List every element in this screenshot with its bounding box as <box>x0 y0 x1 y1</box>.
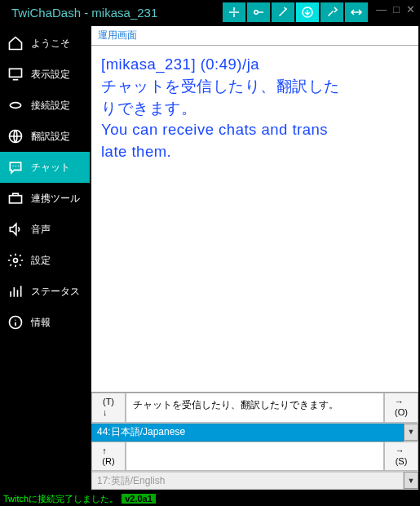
toolbar <box>223 2 368 22</box>
toolbar-btn-2[interactable] <box>247 2 270 22</box>
chevron-down-icon[interactable]: ▼ <box>404 472 418 489</box>
sidebar-item-label: 表示設定 <box>31 68 70 82</box>
sidebar-item-info[interactable]: 情報 <box>0 307 90 338</box>
tab-operation[interactable]: 運用画面 <box>98 29 137 42</box>
sidebar-item-label: ようこそ <box>31 37 70 51</box>
statusbar: Twitchに接続完了しました。 v2.0a1 <box>0 491 420 506</box>
content: 運用画面 [mikasa_231] (0:49)/ja チャットを受信したり、翻… <box>90 24 420 491</box>
plug-icon <box>7 96 24 114</box>
chat-line: チャットを受信したり、翻訳した <box>101 76 409 98</box>
toolbar-btn-5[interactable] <box>321 2 343 22</box>
sidebar-item-tools[interactable]: 連携ツール <box>0 183 90 214</box>
sidebar-item-label: 情報 <box>31 316 51 330</box>
sidebar: ようこそ 表示設定 接続設定 翻訳設定 チャット 連携ツール <box>0 24 90 491</box>
globe-icon <box>7 127 24 145</box>
version-badge: v2.0a1 <box>122 494 156 504</box>
info-icon <box>7 313 24 331</box>
status-text: Twitchに接続完了しました。 <box>3 493 118 505</box>
toolbar-btn-3[interactable] <box>272 2 294 22</box>
sidebar-item-label: チャット <box>31 161 70 175</box>
sidebar-item-label: 翻訳設定 <box>31 130 70 144</box>
window-controls: — □ ✕ <box>376 3 415 16</box>
toolbar-btn-1[interactable] <box>223 2 245 22</box>
tab-strip: 運用画面 <box>91 26 418 46</box>
chat-log: [mikasa_231] (0:49)/ja チャットを受信したり、翻訳した り… <box>91 46 418 392</box>
monitor-icon <box>7 65 24 83</box>
titlebar: TwiChaDash - mikasa_231 — □ ✕ <box>0 0 420 24</box>
home-icon <box>7 34 24 52</box>
gear-icon <box>7 251 24 269</box>
toolbar-btn-6[interactable] <box>345 2 368 22</box>
toolbar-btn-4[interactable] <box>296 2 319 22</box>
window-title: TwiChaDash - mikasa_231 <box>3 6 223 20</box>
target-text-input[interactable] <box>126 442 384 471</box>
sidebar-item-label: 音声 <box>31 223 51 237</box>
send-o-button[interactable]: → (O) <box>384 393 418 422</box>
sidebar-item-label: 連携ツール <box>31 192 80 206</box>
input-section: (T) ↓ チャットを受信したり、翻訳したりできます。 → (O) 44:日本語… <box>91 392 418 490</box>
bars-icon <box>7 282 24 300</box>
svg-rect-2 <box>10 69 22 77</box>
speaker-icon <box>7 220 24 238</box>
source-text-input[interactable]: チャットを受信したり、翻訳したりできます。 <box>126 393 384 422</box>
source-language-select[interactable]: 44:日本語/Japanese <box>91 424 404 442</box>
sidebar-item-translate[interactable]: 翻訳設定 <box>0 121 90 152</box>
close-button[interactable]: ✕ <box>406 3 415 16</box>
sidebar-item-label: 接続設定 <box>31 99 70 113</box>
svg-point-6 <box>14 259 18 263</box>
maximize-button[interactable]: □ <box>393 3 400 16</box>
svg-point-3 <box>10 103 20 109</box>
sidebar-item-audio[interactable]: 音声 <box>0 214 90 245</box>
chat-line: [mikasa_231] (0:49)/ja <box>101 54 409 76</box>
sidebar-item-status[interactable]: ステータス <box>0 276 90 307</box>
svg-point-0 <box>254 11 259 15</box>
send-s-button[interactable]: → (S) <box>384 442 418 471</box>
chevron-down-icon[interactable]: ▼ <box>404 424 418 441</box>
minimize-button[interactable]: — <box>376 3 387 16</box>
sidebar-item-settings[interactable]: 設定 <box>0 245 90 276</box>
target-language-select[interactable]: 17:英語/English <box>91 472 404 490</box>
sidebar-item-display[interactable]: 表示設定 <box>0 59 90 90</box>
svg-rect-5 <box>10 196 22 203</box>
sidebar-item-label: 設定 <box>31 254 51 268</box>
chat-line: late them. <box>101 141 409 163</box>
sidebar-item-welcome[interactable]: ようこそ <box>0 28 90 59</box>
sidebar-item-label: ステータス <box>31 285 80 299</box>
reverse-r-button[interactable]: ↑ (R) <box>91 442 126 471</box>
chat-line: You can receive chats and trans <box>101 119 409 141</box>
chat-line: りできます。 <box>101 98 409 120</box>
translate-down-button[interactable]: (T) ↓ <box>91 393 126 422</box>
sidebar-item-connection[interactable]: 接続設定 <box>0 90 90 121</box>
sidebar-item-chat[interactable]: チャット <box>0 152 90 183</box>
toolbox-icon <box>7 189 24 207</box>
chat-icon <box>7 158 24 176</box>
